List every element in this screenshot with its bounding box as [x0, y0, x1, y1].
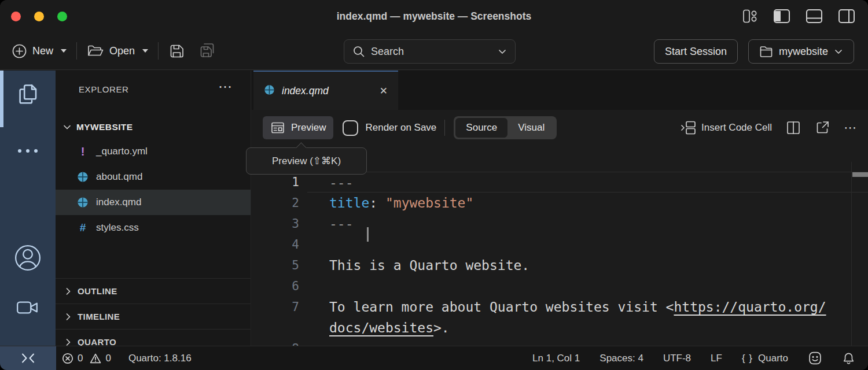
error-count: 0 [78, 353, 83, 364]
section-label: QUARTO [78, 337, 116, 346]
visual-mode-tab[interactable]: Visual [507, 118, 555, 138]
code-token: To learn more about Quarto websites visi… [329, 299, 674, 314]
line-number: 4 [252, 234, 307, 255]
window-title: index.qmd — mywebsite — Screenshots [0, 0, 868, 32]
tab-index-qmd[interactable]: index.qmd ✕ [253, 71, 398, 110]
account-icon[interactable] [0, 244, 56, 272]
search-chevron-down-icon[interactable] [498, 47, 507, 56]
search-input[interactable]: Search [344, 39, 516, 64]
screencast-camera-icon[interactable] [0, 298, 56, 317]
code-token: : [369, 195, 385, 210]
open-dropdown-caret-icon [142, 49, 148, 53]
code-line-content: title: "mywebsite" [307, 193, 868, 213]
new-button-label: New [32, 45, 53, 57]
text-caret [367, 227, 369, 242]
yaml-warning-icon: ! [76, 145, 89, 158]
section-outline[interactable]: OUTLINE [56, 278, 251, 304]
code-line[interactable]: docs/websites>. [252, 317, 868, 338]
file-label: _quarto.yml [96, 146, 148, 157]
folder-root-mywebsite[interactable]: MYWEBSITE [56, 116, 251, 139]
sidebar-item-styles-css[interactable]: # styles.css [56, 215, 251, 240]
title-bar: index.qmd — mywebsite — Screenshots [0, 0, 868, 32]
remote-brackets-icon [21, 352, 35, 365]
code-lines: 1---2title: "mywebsite"3---45This is a Q… [252, 172, 868, 346]
code-line[interactable]: 3--- [252, 213, 868, 234]
toolbar-divider [444, 120, 445, 136]
explorer-sidebar: EXPLORER ⋯ MYWEBSITE ! _quarto.yml about… [56, 71, 251, 346]
toggle-left-panel-icon[interactable] [773, 9, 790, 24]
preview-tooltip: Preview (⇧⌘K) [246, 147, 367, 175]
more-views-icon[interactable] [0, 149, 56, 153]
open-button[interactable]: Open [87, 43, 148, 58]
toggle-bottom-panel-icon[interactable] [806, 9, 823, 24]
section-label: TIMELINE [78, 312, 120, 321]
folder-icon [759, 45, 773, 58]
code-line-content [307, 234, 868, 255]
code-line[interactable]: 2title: "mywebsite" [252, 193, 868, 213]
start-session-button[interactable]: Start Session [654, 39, 738, 64]
source-mode-tab[interactable]: Source [455, 118, 507, 138]
eol-status[interactable]: LF [711, 353, 722, 364]
open-button-label: Open [109, 45, 135, 57]
save-button[interactable] [168, 43, 185, 60]
chevron-right-icon [64, 338, 73, 346]
code-line[interactable]: 1--- [252, 172, 868, 193]
new-button[interactable]: New [12, 43, 67, 59]
customize-layout-icon[interactable] [742, 8, 758, 24]
remote-indicator[interactable] [0, 346, 56, 370]
editor-more-actions-icon[interactable]: ⋯ [844, 120, 858, 135]
code-link[interactable]: https://quarto.org/ [674, 299, 826, 314]
search-placeholder: Search [371, 46, 404, 58]
file-label: index.qmd [96, 197, 141, 208]
save-all-icon [198, 42, 216, 60]
source-visual-toggle: Source Visual [454, 116, 557, 139]
cursor-position-status[interactable]: Ln 1, Col 1 [532, 353, 580, 364]
chevron-right-icon [64, 287, 73, 296]
feedback-smiley-icon[interactable] [808, 351, 822, 365]
code-editor[interactable]: 1---2title: "mywebsite"3---45This is a Q… [252, 146, 868, 346]
editor-scrollbar[interactable] [851, 162, 868, 346]
encoding-status[interactable]: UTF-8 [663, 353, 691, 364]
editor-area: index.qmd ✕ Preview Render on Save Sourc… [252, 71, 868, 346]
chevron-down-icon [62, 123, 72, 132]
close-tab-icon[interactable]: ✕ [380, 85, 388, 97]
scrollbar-thumb[interactable] [852, 172, 868, 177]
code-line[interactable]: 8 [252, 338, 868, 346]
toggle-right-panel-icon[interactable] [838, 9, 855, 24]
code-link[interactable]: docs/websites [329, 320, 433, 335]
line-number: 2 [252, 193, 307, 213]
code-line[interactable]: 6 [252, 276, 868, 297]
code-token: This is a Quarto website. [329, 258, 529, 273]
split-editor-icon[interactable] [786, 120, 801, 135]
render-on-save-checkbox[interactable] [343, 120, 358, 136]
notifications-bell-icon[interactable] [842, 352, 855, 365]
sidebar-title: EXPLORER [79, 84, 129, 94]
code-token: --- [329, 216, 354, 231]
line-number: 3 [252, 213, 307, 234]
sidebar-item-index-qmd[interactable]: index.qmd [56, 190, 251, 215]
explorer-view-icon[interactable] [0, 82, 56, 105]
language-mode-status[interactable]: { } Quarto [742, 353, 788, 364]
code-line[interactable]: 4 [252, 234, 868, 255]
globe-icon [76, 171, 89, 183]
insert-code-cell-icon [681, 120, 697, 135]
preview-icon [270, 120, 285, 135]
sidebar-item-about-qmd[interactable]: about.qmd [56, 164, 251, 190]
code-line[interactable]: 5This is a Quarto website. [252, 255, 868, 276]
sidebar-item-quarto-yml[interactable]: ! _quarto.yml [56, 139, 251, 164]
save-all-button[interactable] [198, 42, 216, 60]
code-line[interactable]: 7To learn more about Quarto websites vis… [252, 297, 868, 317]
problems-status[interactable]: 0 0 [62, 353, 111, 364]
indentation-status[interactable]: Spaces: 4 [599, 353, 643, 364]
quarto-version-status[interactable]: Quarto: 1.8.16 [128, 353, 192, 364]
open-in-new-window-icon[interactable] [815, 120, 830, 135]
code-line-content: This is a Quarto website. [307, 255, 868, 276]
tooltip-text: Preview (⇧⌘K) [272, 155, 341, 167]
explorer-more-actions-icon[interactable]: ⋯ [218, 80, 233, 94]
code-line-content: --- [307, 172, 868, 193]
preview-button[interactable]: Preview [263, 116, 333, 139]
insert-code-cell-button[interactable]: Insert Code Cell [681, 120, 772, 135]
workspace-switcher-button[interactable]: mywebsite [748, 39, 854, 64]
section-timeline[interactable]: TIMELINE [56, 304, 251, 329]
section-quarto[interactable]: QUARTO [56, 329, 251, 346]
